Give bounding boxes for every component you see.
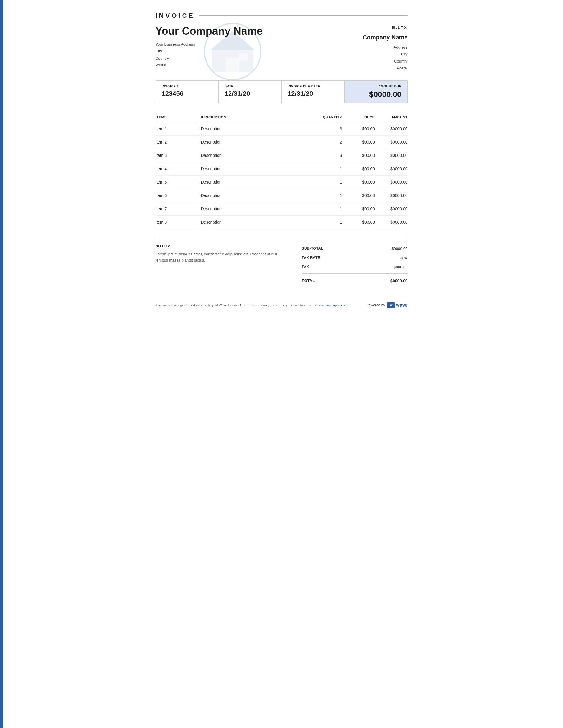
total-value: $0000.00 — [390, 278, 408, 283]
meta-date: DATE 12/31/20 — [219, 81, 282, 103]
notes-label: NOTES: — [155, 244, 282, 248]
section-divider — [155, 238, 408, 238]
company-address: Your Business Address City Country Posta… — [155, 41, 280, 69]
footer-text: This invoice was generated with the help… — [155, 303, 348, 307]
row-price: $00.00 — [342, 202, 375, 216]
row-price: $00.00 — [342, 149, 375, 162]
invoice-title-row: INVOICE — [155, 12, 408, 20]
company-address-line1: Your Business Address — [155, 41, 280, 48]
row-price: $00.00 — [342, 162, 375, 176]
totals-total-row: TOTAL $0000.00 — [302, 275, 408, 286]
row-quantity: 3 — [312, 122, 342, 136]
row-amount: $0000.00 — [375, 149, 408, 162]
row-description: Description — [201, 162, 312, 176]
table-row: Item 4 Description 1 $00.00 $0000.00 — [155, 162, 408, 176]
row-amount: $0000.00 — [375, 216, 408, 229]
row-item: Item 6 — [155, 189, 201, 202]
totals-subtotal-row: SUB-TOTAL $0000.00 — [302, 244, 408, 253]
row-quantity: 1 — [312, 216, 342, 229]
header-section: Your Company Name Your Business Address … — [155, 25, 408, 71]
row-amount: $0000.00 — [375, 136, 408, 149]
bill-to-country: Country — [363, 58, 408, 65]
meta-invoice-num: INVOICE # 123456 — [156, 81, 219, 103]
col-header-price: PRICE — [342, 112, 375, 122]
powered-by-text: Powered by — [366, 303, 385, 307]
row-description: Description — [201, 202, 312, 216]
table-row: Item 7 Description 1 $00.00 $0000.00 — [155, 202, 408, 216]
col-header-amount: AMOUNT — [375, 112, 408, 122]
row-quantity: 2 — [312, 136, 342, 149]
company-address-postal: Postal — [155, 62, 280, 69]
row-price: $00.00 — [342, 122, 375, 136]
total-label: TOTAL — [302, 278, 315, 283]
wave-brand-text: wave — [396, 302, 408, 308]
meta-date-label: DATE — [225, 85, 275, 88]
row-item: Item 2 — [155, 136, 201, 149]
table-row: Item 8 Description 1 $00.00 $0000.00 — [155, 216, 408, 229]
footer-section: NOTES: Lorem ipsum dolor sit amet, conse… — [155, 244, 408, 286]
row-amount: $0000.00 — [375, 189, 408, 202]
table-row: Item 3 Description 3 $00.00 $0000.00 — [155, 149, 408, 162]
row-amount: $0000.00 — [375, 202, 408, 216]
row-description: Description — [201, 189, 312, 202]
row-amount: $0000.00 — [375, 162, 408, 176]
company-address-city: City — [155, 48, 280, 55]
row-amount: $0000.00 — [375, 176, 408, 189]
tax-rate-label: TAX RATE — [302, 256, 320, 260]
row-price: $00.00 — [342, 216, 375, 229]
row-item: Item 8 — [155, 216, 201, 229]
bill-to-company-name: Company Name — [363, 32, 408, 43]
powered-by-section: Powered by 𝒘 wave — [366, 302, 408, 308]
col-header-items: ITEMS — [155, 112, 201, 122]
row-item: Item 3 — [155, 149, 201, 162]
row-price: $00.00 — [342, 189, 375, 202]
table-row: Item 6 Description 1 $00.00 $0000.00 — [155, 189, 408, 202]
meta-invoice-num-label: INVOICE # — [162, 85, 212, 88]
table-row: Item 1 Description 3 $00.00 $0000.00 — [155, 122, 408, 136]
wave-icon-letter: 𝒘 — [390, 303, 392, 308]
totals-tax-row: TAX $000.00 — [302, 262, 408, 272]
totals-taxrate-row: TAX RATE 00% — [302, 253, 408, 262]
row-quantity: 3 — [312, 149, 342, 162]
row-quantity: 1 — [312, 189, 342, 202]
row-item: Item 7 — [155, 202, 201, 216]
row-quantity: 1 — [312, 162, 342, 176]
meta-due-date: INVOICE DUE DATE 12/31/20 — [282, 81, 345, 103]
meta-invoice-num-value: 123456 — [162, 90, 212, 98]
invoice-title-divider — [199, 15, 408, 16]
totals-divider — [302, 273, 408, 274]
meta-amount-due: AMOUNT DUE $0000.00 — [345, 81, 408, 103]
bill-to-city: City — [363, 51, 408, 58]
table-row: Item 5 Description 1 $00.00 $0000.00 — [155, 176, 408, 189]
meta-amount-due-value: $0000.00 — [351, 90, 401, 99]
wave-logo: 𝒘 wave — [387, 302, 408, 308]
meta-date-value: 12/31/20 — [225, 90, 275, 98]
col-header-quantity: QUANTITY — [312, 112, 342, 122]
row-description: Description — [201, 176, 312, 189]
bill-to-label: BILL TO: — [363, 25, 408, 31]
totals-block: SUB-TOTAL $0000.00 TAX RATE 00% TAX $000… — [302, 244, 408, 286]
subtotal-value: $0000.00 — [392, 246, 408, 251]
col-header-description: DESCRIPTION — [201, 112, 312, 122]
wave-icon: 𝒘 — [387, 302, 395, 308]
bill-to-address: Address — [363, 44, 408, 51]
footer-link[interactable]: waveapps.com — [326, 303, 347, 307]
bill-to-block: BILL TO: Company Name Address City Count… — [363, 25, 408, 71]
row-quantity: 1 — [312, 176, 342, 189]
notes-block: NOTES: Lorem ipsum dolor sit amet, conse… — [155, 244, 282, 264]
meta-due-date-label: INVOICE DUE DATE — [288, 85, 338, 88]
row-price: $00.00 — [342, 136, 375, 149]
footer-text-content: This invoice was generated with the help… — [155, 303, 325, 307]
bill-to-postal: Postal — [363, 65, 408, 71]
items-table: ITEMS DESCRIPTION QUANTITY PRICE AMOUNT … — [155, 112, 408, 229]
company-address-country: Country — [155, 55, 280, 62]
row-price: $00.00 — [342, 176, 375, 189]
company-name: Your Company Name — [155, 25, 280, 37]
bottom-bar: This invoice was generated with the help… — [155, 298, 408, 308]
row-description: Description — [201, 149, 312, 162]
subtotal-label: SUB-TOTAL — [302, 246, 324, 251]
notes-text: Lorem ipsum dolor sit amet, consectetur … — [155, 251, 282, 264]
company-info-block: Your Company Name Your Business Address … — [155, 25, 280, 69]
invoice-title: INVOICE — [155, 12, 195, 20]
table-row: Item 2 Description 2 $00.00 $0000.00 — [155, 136, 408, 149]
